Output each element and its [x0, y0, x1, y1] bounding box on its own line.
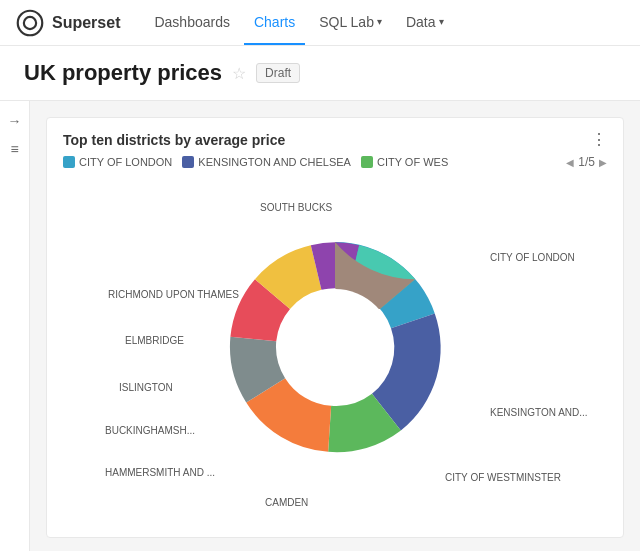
superset-logo-icon	[16, 9, 44, 37]
label-kensington: KENSINGTON AND...	[490, 407, 588, 418]
sqllab-dropdown-icon: ▾	[377, 16, 382, 27]
label-city-of-london: CITY OF LONDON	[490, 252, 575, 263]
legend-item-2: CITY OF WES	[361, 156, 448, 168]
chart-body: CITY OF LONDON KENSINGTON AND... CITY OF…	[47, 177, 623, 516]
legend-label-0: CITY OF LONDON	[79, 156, 172, 168]
label-camden: CAMDEN	[265, 497, 308, 508]
data-dropdown-icon: ▾	[439, 16, 444, 27]
draft-badge: Draft	[256, 63, 300, 83]
chart-options-icon[interactable]: ⋮	[591, 130, 607, 149]
brand-logo[interactable]: Superset	[16, 9, 120, 37]
favorite-star-icon[interactable]: ☆	[232, 64, 246, 83]
navbar: Superset Dashboards Charts SQL Lab ▾ Dat…	[0, 0, 640, 46]
sidebar: → ≡	[0, 101, 30, 551]
label-elmbridge: ELMBRIDGE	[125, 335, 184, 346]
sidebar-expand-icon[interactable]: →	[8, 113, 22, 129]
nav-sqllab[interactable]: SQL Lab ▾	[309, 0, 392, 45]
donut-hole	[277, 289, 393, 405]
label-buckinghamshire: BUCKINGHAMSH...	[105, 425, 195, 436]
page-title: UK property prices	[24, 60, 222, 86]
nav-charts[interactable]: Charts	[244, 0, 305, 45]
nav-data[interactable]: Data ▾	[396, 0, 454, 45]
nav-links: Dashboards Charts SQL Lab ▾ Data ▾	[144, 0, 453, 45]
legend-color-2	[361, 156, 373, 168]
legend-item-0: CITY OF LONDON	[63, 156, 172, 168]
label-richmond: RICHMOND UPON THAMES	[108, 289, 239, 300]
chart-panel: Top ten districts by average price ⋮ CIT…	[46, 117, 624, 538]
donut-chart-svg	[185, 197, 485, 497]
chart-header: Top ten districts by average price ⋮	[47, 118, 623, 155]
nav-dashboards[interactable]: Dashboards	[144, 0, 240, 45]
legend-label-2: CITY OF WES	[377, 156, 448, 168]
chart-area: CITY OF LONDON KENSINGTON AND... CITY OF…	[105, 177, 565, 517]
label-hammersmith: HAMMERSMITH AND ...	[105, 467, 215, 478]
legend-page: 1/5	[578, 155, 595, 169]
page-header: UK property prices ☆ Draft	[0, 46, 640, 101]
legend-prev-btn[interactable]: ◀	[566, 157, 574, 168]
svg-point-0	[18, 10, 43, 35]
legend-pagination: ◀ 1/5 ▶	[566, 155, 607, 169]
label-islington: ISLINGTON	[119, 382, 173, 393]
svg-point-1	[24, 16, 36, 28]
chart-legend: CITY OF LONDON KENSINGTON AND CHELSEA CI…	[47, 155, 623, 177]
main-content: → ≡ Top ten districts by average price ⋮…	[0, 101, 640, 551]
label-westminster: CITY OF WESTMINSTER	[445, 472, 561, 483]
content-area: Top ten districts by average price ⋮ CIT…	[30, 101, 640, 551]
sidebar-filter-icon[interactable]: ≡	[10, 141, 18, 157]
legend-label-1: KENSINGTON AND CHELSEA	[198, 156, 351, 168]
legend-color-0	[63, 156, 75, 168]
chart-title: Top ten districts by average price	[63, 132, 285, 148]
legend-color-1	[182, 156, 194, 168]
label-south-bucks: SOUTH BUCKS	[260, 202, 332, 213]
brand-name: Superset	[52, 14, 120, 32]
legend-item-1: KENSINGTON AND CHELSEA	[182, 156, 351, 168]
legend-next-btn[interactable]: ▶	[599, 157, 607, 168]
